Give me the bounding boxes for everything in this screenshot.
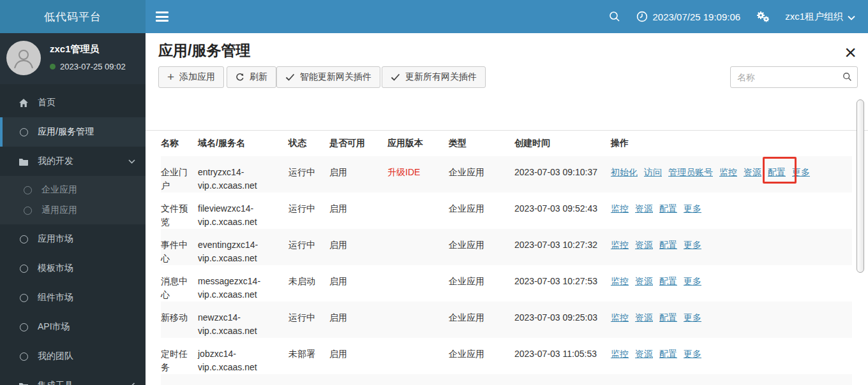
- avatar[interactable]: [6, 41, 41, 75]
- available-cell: 启用: [329, 229, 387, 265]
- table-row: 定时管理jobmgrzxc14-vip.c.xcaas.net未启动启用企业应用…: [161, 374, 852, 385]
- sidebar-item-label: 应用/服务管理: [38, 126, 94, 138]
- user-panel: zxc1管理员 2023-07-25 09:02: [0, 33, 146, 84]
- sidebar-item-my-team[interactable]: 我的团队: [0, 342, 146, 371]
- action-link-更多[interactable]: 更多: [684, 203, 701, 214]
- col-header-version: 应用版本: [387, 131, 449, 156]
- action-link-管理员账号[interactable]: 管理员账号: [668, 167, 713, 177]
- action-link-资源[interactable]: 资源: [635, 203, 653, 214]
- settings-gears-icon[interactable]: [756, 10, 770, 23]
- sidebar-item-integration-tools[interactable]: 集成工具: [0, 371, 146, 385]
- domain-cell: entryzxc14-vip.c.xcaas.net: [198, 156, 288, 192]
- action-link-资源[interactable]: 资源: [635, 312, 653, 323]
- action-link-初始化[interactable]: 初始化: [611, 167, 638, 177]
- type-cell: 企业应用: [449, 374, 514, 385]
- add-app-button[interactable]: + 添加应用: [158, 66, 224, 88]
- sidebar-item-app-market[interactable]: 应用市场: [0, 224, 146, 254]
- actions-cell: 监控资源配置更多: [611, 265, 852, 301]
- sidebar-item-api-market[interactable]: API市场: [0, 312, 146, 342]
- available-cell: 启用: [329, 338, 387, 374]
- circle-icon: [18, 235, 29, 243]
- sidebar-nav: 首页应用/服务管理我的开发企业应用通用应用应用市场模板市场组件市场API市场我的…: [0, 88, 146, 385]
- circle-icon: [22, 186, 33, 194]
- vertical-scrollbar: [856, 98, 865, 385]
- version-cell: 升级IDE: [387, 156, 449, 192]
- name-cell: 企业门户: [161, 156, 198, 192]
- domain-cell: eventingzxc14-vip.c.xcaas.net: [198, 229, 288, 265]
- table-row: 定时任务jobzxc14-vip.c.xcaas.net未部署启用企业应用202…: [161, 338, 852, 374]
- action-link-访问[interactable]: 访问: [644, 167, 662, 177]
- domain-cell: newzxc14-vip.c.xcaas.net: [198, 301, 288, 338]
- actions-cell: 监控资源配置更多: [611, 301, 852, 338]
- status-cell: 运行中: [288, 156, 329, 192]
- app-table: 名称 域名/服务名 状态 是否可用 应用版本 类型 创建时间 操作 企业门户en…: [161, 131, 852, 385]
- action-link-资源[interactable]: 资源: [635, 276, 653, 286]
- action-link-更多[interactable]: 更多: [684, 312, 701, 323]
- table-header-row: 名称 域名/服务名 状态 是否可用 应用版本 类型 创建时间 操作: [161, 131, 852, 156]
- table-row: 新移动newzxc14-vip.c.xcaas.net运行中启用企业应用2023…: [161, 301, 852, 338]
- domain-cell: messagezxc14-vip.c.xcaas.net: [198, 265, 288, 301]
- status-cell: 未启动: [288, 374, 329, 385]
- chevron-down-icon: [848, 11, 855, 22]
- sidebar-item-template-market[interactable]: 模板市场: [0, 254, 146, 283]
- status-cell: 运行中: [288, 229, 329, 265]
- action-link-更多[interactable]: 更多: [684, 349, 701, 359]
- action-link-配置[interactable]: 配置: [659, 349, 677, 359]
- scrollbar-thumb[interactable]: [857, 99, 864, 273]
- created-cell: 2023-07-03 09:52:43: [514, 192, 611, 229]
- action-link-监控[interactable]: 监控: [611, 203, 629, 214]
- app-window: 低代码平台 2023/07/25 19:09:06: [0, 0, 868, 385]
- circle-icon: [18, 323, 29, 331]
- action-link-监控[interactable]: 监控: [611, 276, 629, 286]
- available-cell: 启用: [329, 374, 387, 385]
- action-link-资源[interactable]: 资源: [744, 167, 761, 177]
- available-cell: 启用: [329, 265, 387, 301]
- actions-cell: 监控资源配置更多: [611, 374, 852, 385]
- actions-cell: 监控资源配置更多: [611, 338, 852, 374]
- action-link-更多[interactable]: 更多: [684, 276, 701, 286]
- col-header-created: 创建时间: [514, 131, 611, 156]
- check-icon: [391, 73, 400, 81]
- sidebar-item-component-market[interactable]: 组件市场: [0, 283, 146, 312]
- action-link-配置[interactable]: 配置: [768, 167, 786, 177]
- type-cell: 企业应用: [449, 229, 514, 265]
- action-link-监控[interactable]: 监控: [719, 167, 737, 177]
- close-button[interactable]: ×: [841, 43, 860, 61]
- action-link-配置[interactable]: 配置: [659, 240, 677, 250]
- domain-cell: jobzxc14-vip.c.xcaas.net: [198, 338, 288, 374]
- logo-text: 低代码平台: [44, 10, 101, 24]
- action-link-配置[interactable]: 配置: [659, 203, 677, 214]
- action-link-配置[interactable]: 配置: [659, 276, 677, 286]
- circle-icon: [18, 128, 29, 136]
- name-search-input[interactable]: [730, 66, 858, 88]
- action-link-配置[interactable]: 配置: [659, 312, 677, 323]
- circle-icon: [18, 294, 29, 302]
- action-link-更多[interactable]: 更多: [684, 240, 701, 250]
- home-icon: [18, 98, 29, 108]
- action-link-监控[interactable]: 监控: [611, 240, 629, 250]
- smart-update-gateway-button[interactable]: 智能更新网关插件: [276, 66, 380, 88]
- actions-cell: 监控资源配置更多: [611, 192, 852, 229]
- sidebar-item-app-service-mgmt[interactable]: 应用/服务管理: [0, 117, 146, 147]
- action-link-资源[interactable]: 资源: [635, 349, 653, 359]
- created-cell: 2023-07-03 09:25:03: [514, 301, 611, 338]
- action-link-更多[interactable]: 更多: [792, 167, 810, 177]
- sidebar-item-home[interactable]: 首页: [0, 88, 146, 117]
- action-link-监控[interactable]: 监控: [611, 349, 629, 359]
- search-icon[interactable]: [608, 10, 621, 23]
- action-link-监控[interactable]: 监控: [611, 312, 629, 323]
- user-name: zxc1管理员: [50, 43, 126, 55]
- refresh-icon: [236, 73, 244, 82]
- refresh-button[interactable]: 刷新: [227, 66, 276, 88]
- search-icon[interactable]: [842, 72, 852, 84]
- action-link-资源[interactable]: 资源: [635, 240, 653, 250]
- folder-icon: [18, 382, 29, 385]
- name-cell: 文件预览: [161, 192, 198, 229]
- app-table-zone: 名称 域名/服务名 状态 是否可用 应用版本 类型 创建时间 操作 企业门户en…: [146, 131, 868, 385]
- menu-toggle-icon[interactable]: [156, 11, 168, 22]
- sidebar-item-enterprise-app[interactable]: 企业应用: [0, 180, 146, 200]
- tenant-switcher[interactable]: zxc1租户组织: [785, 11, 855, 23]
- update-all-gateway-button[interactable]: 更新所有网关插件: [382, 66, 486, 88]
- sidebar-item-my-dev[interactable]: 我的开发: [0, 147, 146, 176]
- sidebar-item-general-app[interactable]: 通用应用: [0, 200, 146, 221]
